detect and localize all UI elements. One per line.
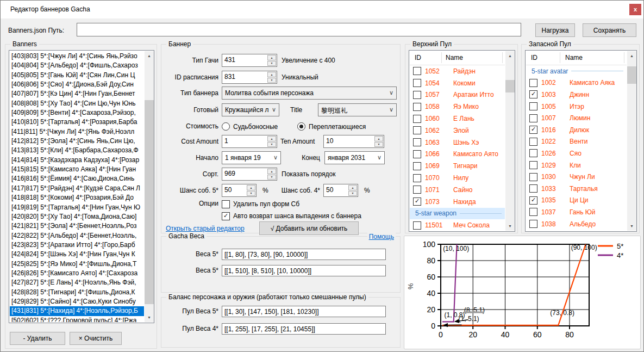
checkbox-icon[interactable] xyxy=(529,208,537,216)
checkbox-icon[interactable] xyxy=(413,103,421,111)
pool-item-row[interactable]: 1002Камисато Аяка xyxy=(526,77,627,89)
chance4-spin-buttons[interactable]: ▲▼ xyxy=(348,185,357,196)
checkbox-icon[interactable] xyxy=(529,161,537,169)
banner-list-item[interactable]: [425|825] 5*:[Яэ Мико] 4*:[Фишль,Диона,Т xyxy=(10,260,144,269)
pool-item-row[interactable]: 1057Аратаки Итто xyxy=(410,89,505,101)
pool-item-row[interactable]: 1005Итэр xyxy=(526,101,627,113)
checkbox-icon[interactable] xyxy=(529,149,537,157)
scroll-up-icon[interactable]: ▲ xyxy=(145,51,154,60)
pool-item-row[interactable]: 1058Яэ Мико xyxy=(410,101,505,113)
title-field-combo[interactable]: 黎明巡礼 ∨ xyxy=(318,103,397,116)
banner-list-item[interactable]: [431|831] 5*:[Нахида] 4*:[Ноэлль,Рэйзор,… xyxy=(10,306,144,316)
open-old-editor-link[interactable]: Открыть старый редактор xyxy=(166,225,245,232)
auto-return-checkbox[interactable]: Авто возврат шанса выпадения с баннера xyxy=(222,212,361,220)
clear-banners-button[interactable]: × Очистить xyxy=(70,332,122,345)
pool-item-row[interactable]: 1029Кли xyxy=(526,159,627,171)
column-name[interactable]: Name xyxy=(446,51,463,64)
banner-list-item[interactable]: [417|817] 5*:[Райдэн] 4*:[Кудзё Сара,Сян… xyxy=(10,184,144,193)
pool-weights5-input[interactable] xyxy=(222,306,386,317)
scroll-down-icon[interactable]: ▼ xyxy=(505,221,515,231)
save-button[interactable]: Сохранять xyxy=(583,23,636,37)
checkbox-icon[interactable] xyxy=(529,102,537,110)
pool-item-row[interactable]: 1030Чжун Ли xyxy=(526,171,627,183)
cost-radio-fate[interactable]: Судьбоносные xyxy=(222,122,278,131)
pool-item-row[interactable]: 1070Нилу xyxy=(410,172,505,184)
pool-item-row[interactable]: 1037Гань Юй xyxy=(526,206,627,218)
banner-list-item[interactable]: [409|809] 5*:[Венти] 4*:[Сахароза,Рэйзор… xyxy=(10,108,144,118)
checkbox-icon[interactable] xyxy=(529,196,537,205)
ten-amount-spinner[interactable]: 10 ▲▼ xyxy=(323,135,384,148)
banner-list-item[interactable]: [407|807] 5*:[Кэ Цин] 4*:[Нин Гуан,Бенне… xyxy=(10,89,144,98)
pool-weights4-input[interactable] xyxy=(222,323,386,335)
gacha-type-spin-buttons[interactable]: ▲▼ xyxy=(267,55,276,66)
checkbox-icon[interactable] xyxy=(413,138,421,146)
banner-list-item[interactable]: [414|814] 5*:[Каэдэхара Кадзуха] 4*:[Роз… xyxy=(10,156,144,165)
scroll-up-icon[interactable]: ▲ xyxy=(627,51,636,60)
pool-item-row[interactable]: 1003Джинн xyxy=(526,89,627,101)
banner-list-item[interactable]: [410|810] 5*:[Тарталья] 4*:[Розария,Барб… xyxy=(10,118,144,127)
add-update-button[interactable]: √ Добавить или обновить xyxy=(259,221,359,235)
sort-spinner[interactable]: 969 ▲▼ xyxy=(222,168,277,181)
cost-amount-spinner[interactable]: 1 ▲▼ xyxy=(222,135,277,148)
banner-list-item[interactable]: [427|827] 5*:[Е Лань] 4*:[Ноэлль,Янь Фэй… xyxy=(10,278,144,287)
reserve-pool-header[interactable]: ID Name xyxy=(526,51,627,65)
checkbox-icon[interactable] xyxy=(413,174,421,182)
scroll-thumb[interactable] xyxy=(627,66,636,84)
help-link[interactable]: Помощь xyxy=(367,233,396,240)
scroll-down-icon[interactable]: ▼ xyxy=(627,221,636,231)
banner-list-item[interactable]: [411|811] 5*:[Чжун Ли] 4*:[Янь Фэй,Ноэлл xyxy=(10,127,144,137)
checkbox-icon[interactable] xyxy=(529,138,537,146)
checkbox-icon[interactable] xyxy=(529,126,537,134)
pool-item-row[interactable]: 1016Дилюк xyxy=(526,124,627,136)
column-id[interactable]: ID xyxy=(531,51,537,64)
checkbox-icon[interactable] xyxy=(413,162,421,170)
banner-list-item[interactable]: [412|812] 5*:[Эола] 4*:[Синь Янь,Син Цю, xyxy=(10,137,144,146)
checkbox-icon[interactable] xyxy=(413,79,421,87)
pool-item-row[interactable]: 1060Е Лань xyxy=(410,113,505,125)
checkbox-icon[interactable] xyxy=(529,184,537,193)
reserve-pool-scrollbar[interactable]: ▲ ▼ xyxy=(627,51,636,231)
banner-list-item[interactable]: [418|818] 5*:[Кокоми] 4*:[Розария,Бэй До xyxy=(10,193,144,202)
banner-list-item[interactable]: [419|819] 5*:[Тарталья] 4*:[Нин Гуан,Чун… xyxy=(10,203,144,212)
banner-list-item[interactable]: [405|805] 5*:[Гань Юй] 4*:[Сян Лин,Син Ц xyxy=(10,71,144,80)
scroll-thumb[interactable] xyxy=(145,100,154,304)
checkbox-icon[interactable] xyxy=(529,220,537,228)
ten-amount-spin-buttons[interactable]: ▲▼ xyxy=(374,136,383,147)
checkbox-icon[interactable] xyxy=(529,173,537,181)
pool-item-row[interactable]: 1071Сайно xyxy=(410,184,505,196)
checkbox-icon[interactable] xyxy=(413,150,421,158)
checkbox-icon[interactable] xyxy=(529,79,537,87)
upper-pool-header[interactable]: ID Name xyxy=(410,51,505,65)
reserve-pool-list[interactable]: ID Name 5-star avatar1002Камисато Аяка10… xyxy=(525,50,637,232)
weights4-input[interactable] xyxy=(222,265,386,276)
banner-type-combo[interactable]: Молитва события персонажа ∨ xyxy=(222,87,397,100)
load-button[interactable]: Нагрузка xyxy=(535,23,575,37)
banner-list-item[interactable]: [413|813] 5*:[Кли] 4*:[Барбара,Сахароза,… xyxy=(10,146,144,155)
pool-item-row[interactable]: 1038Альбедо xyxy=(526,218,627,230)
cost-amount-spin-buttons[interactable]: ▲▼ xyxy=(267,136,276,147)
checkbox-icon[interactable] xyxy=(413,186,421,194)
banner-list-item[interactable]: [415|815] 5*:[Камисато Аяка] 4*:[Нин Гуа… xyxy=(10,165,144,174)
checkbox-icon[interactable] xyxy=(413,197,421,206)
scroll-thumb[interactable] xyxy=(505,80,515,92)
pool-item-row[interactable]: 11501Меч Сокола xyxy=(410,219,505,231)
banner-list-item[interactable]: [420|820] 5*:[Ху Тао] 4*:[Тома,Диона,Саю… xyxy=(10,212,144,221)
banner-list-item[interactable]: [422|822] 5*:[Альбедо] 4*:[Беннет,Ноэлль… xyxy=(10,231,144,240)
pool-item-row[interactable]: 1052Райдэн xyxy=(410,65,505,77)
schedule-id-spinner[interactable]: 831 ▲▼ xyxy=(222,71,277,84)
pool-item-row[interactable]: 1073Нахида xyxy=(410,196,505,208)
schedule-id-spin-buttons[interactable]: ▲▼ xyxy=(267,72,276,83)
pool-item-row[interactable]: 1007Люмин xyxy=(526,112,627,124)
checkbox-icon[interactable] xyxy=(413,91,421,99)
checkbox-icon[interactable] xyxy=(413,221,421,230)
upper-pool-scrollbar[interactable]: ▲ ▼ xyxy=(505,51,515,231)
cost-radio-intertwined[interactable]: Переплетающиеся xyxy=(297,122,366,131)
pool-item-row[interactable]: 1035Ци Ци xyxy=(526,195,627,207)
close-button[interactable]: x xyxy=(629,4,641,15)
scroll-up-icon[interactable]: ▲ xyxy=(505,51,515,60)
banner-list-item[interactable]: [423|823] 5*:[Аратаки Итто] 4*:[Горо,Бар… xyxy=(10,240,144,250)
banner-list-item[interactable]: [428|828] 5*:[Тигнари] 4*:[Фишль,Диона,К xyxy=(10,288,144,297)
remove-pool-checkbox[interactable]: Удалить пул форм Сб xyxy=(222,200,299,208)
checkbox-icon[interactable] xyxy=(413,115,421,123)
gacha-type-spinner[interactable]: 431 ▲▼ xyxy=(222,54,277,67)
